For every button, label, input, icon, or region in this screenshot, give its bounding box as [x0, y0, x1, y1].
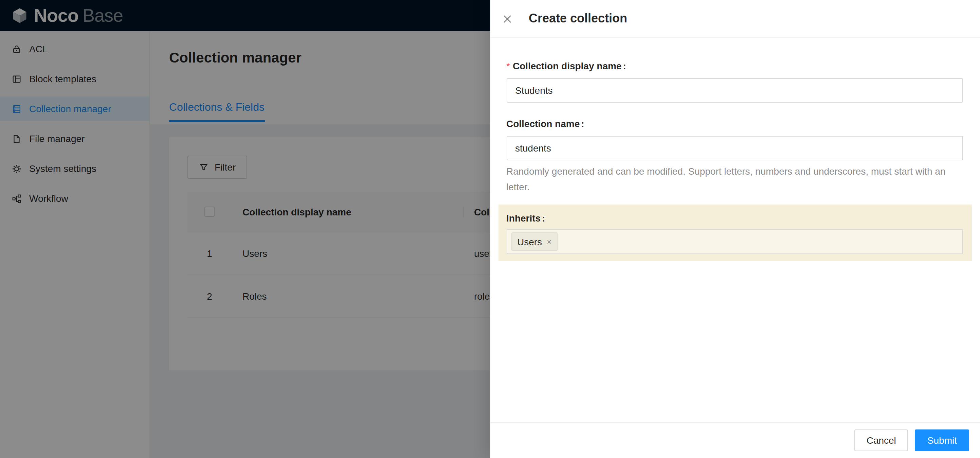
drawer-footer: Cancel Submit	[490, 422, 980, 458]
create-collection-drawer: Create collection *Collection display na…	[490, 0, 980, 458]
field-label: *Collection display name:	[506, 58, 964, 73]
field-label: Collection name:	[506, 116, 964, 131]
tag-remove-icon[interactable]: ×	[547, 238, 552, 246]
drawer-body: *Collection display name: Collection nam…	[490, 38, 980, 422]
submit-button[interactable]: Submit	[915, 429, 969, 451]
collection-display-name-input[interactable]	[506, 78, 963, 103]
close-icon[interactable]	[501, 13, 512, 24]
field-help-text: Randomly generated and can be modified. …	[506, 164, 947, 195]
field-collection-display-name: *Collection display name:	[506, 58, 964, 103]
cancel-button[interactable]: Cancel	[854, 429, 908, 451]
field-collection-name: Collection name: Randomly generated and …	[506, 116, 964, 195]
inherits-select[interactable]: Users ×	[506, 229, 963, 254]
required-mark: *	[506, 61, 510, 71]
drawer-title: Create collection	[529, 11, 627, 26]
drawer-header: Create collection	[490, 0, 980, 38]
app: Noco Base ACL Block templates	[0, 0, 980, 458]
tag-label: Users	[517, 236, 542, 247]
field-inherits: Inherits: Users ×	[498, 204, 972, 261]
inherits-tag: Users ×	[511, 232, 558, 251]
field-label: Inherits:	[506, 211, 964, 225]
collection-name-input[interactable]	[506, 136, 963, 160]
